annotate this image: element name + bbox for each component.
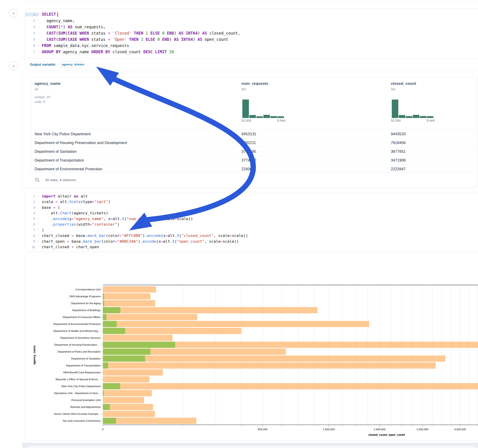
code-text: CAST(SUM(CASE WHEN status = 'Open' THEN … (39, 37, 228, 42)
code-line[interactable]: 7) (25, 227, 478, 233)
cell-agency-name: Department of Housing Preservation and D… (35, 141, 127, 145)
bar-open-count (103, 321, 117, 327)
column-histogram (392, 99, 434, 118)
y-axis-label: Department of Homeless Services (60, 336, 101, 339)
sql-editor[interactable]: 1⌄SELECT2 agency_name,3 COUNT(*) AS num_… (25, 8, 478, 55)
bar-open-count (103, 383, 120, 389)
line-number: 3⌄ (25, 205, 39, 209)
bar-closed-count (103, 362, 436, 369)
line-number: 4 (25, 211, 39, 215)
code-text: GROUP BY agency_name ORDER BY closed_cou… (39, 50, 174, 54)
column-header-num_requests[interactable]: num_requestsi6453,3049.5e6 (241, 77, 301, 91)
code-line[interactable]: 2scale = alt.Scale(type="sqrt") (25, 199, 478, 205)
line-number: 6 (25, 223, 39, 226)
y-axis-label: Department of Environmental Protection (53, 323, 101, 325)
code-text: .encode(y="agency_name", x=alt.X("num_re… (39, 217, 193, 221)
code-line[interactable]: 5 .encode(y="agency_name", x=alt.X("num_… (25, 216, 478, 222)
bar-open-count (103, 307, 120, 313)
bar-open-count (103, 314, 106, 320)
line-number: 3 (25, 25, 39, 29)
code-line[interactable]: 4 alt.Chart(agency_tickets) (25, 210, 478, 216)
code-text: alt.Chart(agency_tickets) (39, 211, 108, 215)
code-line[interactable]: 5 CAST(SUM(CASE WHEN status = 'Open' THE… (25, 36, 478, 42)
cell-agency-name: Department of Transportation (35, 158, 84, 162)
cell-value: 7618456 (391, 141, 406, 145)
code-line[interactable]: 6FROM sample_data.nyc.service_requests (25, 42, 478, 49)
search-icon[interactable] (35, 177, 40, 182)
column-type: i64 (391, 87, 451, 91)
x-tick-label: 800,000 (258, 428, 267, 431)
add-cell-button-output[interactable]: + (9, 62, 18, 70)
line-number: 2 (25, 19, 39, 23)
y-axis-label: Refunds and Adjustments (70, 406, 101, 408)
y-axis-label: Department of Sanitation (71, 357, 101, 360)
column-stats: unique: 20nulls: 0 (35, 95, 94, 104)
y-axis-label: DHS Advantage Programs (69, 295, 101, 298)
table-row: Department of Housing Preservation and D… (31, 138, 475, 147)
bar-closed-count (103, 321, 369, 327)
result-table: agency_namestrunique: 20nulls: 0num_requ… (31, 77, 475, 172)
code-line[interactable]: 6 .properties(width="container") (25, 222, 478, 227)
column-name: num_requests (241, 81, 301, 86)
output-variable-row: Output variable: agency_tickets (25, 58, 478, 70)
bar-closed-count (103, 286, 156, 293)
code-line[interactable]: 4 CAST(SUM(CASE WHEN status = 'Closed' T… (25, 30, 478, 36)
cell-value: 3677651 (391, 149, 406, 154)
cell-agency-name: Department of Environmental Protection (35, 167, 102, 171)
line-number: 2 (25, 200, 39, 204)
line-number: 7 (25, 228, 39, 232)
y-axis-label: Mayorâ€ s Office of Special Enforce… (56, 378, 101, 381)
code-line[interactable]: 10chart_closed + chart_open (25, 244, 478, 250)
code-line[interactable]: 1import altair as alt (25, 193, 478, 199)
add-cell-button-top[interactable]: + (9, 9, 18, 18)
result-table-header: agency_namestrunique: 20nulls: 0num_requ… (31, 77, 475, 130)
x-tick-label: 1,600,000 (323, 428, 335, 431)
line-number: 10 (25, 245, 39, 249)
bar-open-count (103, 300, 104, 306)
code-text: agency_name, (39, 19, 75, 23)
bar-closed-count (103, 314, 197, 320)
column-header-agency_name[interactable]: agency_namestrunique: 20nulls: 0 (35, 77, 94, 104)
fold-chevron-icon[interactable]: ⌄ (35, 13, 38, 16)
code-text: chart_closed = base.mark_bar(color="#FFC… (39, 233, 248, 238)
line-number: 9 (25, 239, 39, 243)
output-variable-input[interactable]: agency_tickets (59, 61, 85, 68)
code-text: COUNT(*) AS num_requests, (39, 25, 105, 29)
y-axis-label: New York City Police Department (62, 385, 101, 388)
table-row: New York City Police Department945313194… (31, 130, 475, 138)
line-number: 4 (25, 31, 39, 35)
code-line[interactable]: 2 agency_name, (25, 18, 478, 24)
line-number: 7 (25, 50, 39, 54)
bar-open-count (103, 342, 175, 348)
cell-agency-name: New York City Police Department (35, 132, 91, 136)
code-line[interactable]: 8chart_closed = base.mark_bar(color="#FF… (25, 233, 478, 239)
code-text: scale = alt.Scale(type="sqrt") (39, 199, 110, 204)
y-axis-label: Department of Housing Preservation … (54, 343, 101, 346)
bar-open-count (103, 418, 116, 424)
bar-closed-count (103, 383, 478, 389)
next-cell-edge (27, 445, 476, 448)
bar-closed-count (103, 404, 153, 410)
x-tick-label: 2,400,000 (374, 428, 385, 431)
code-line[interactable]: 1⌄SELECT (25, 11, 478, 18)
code-line[interactable]: 3⌄base = ( (25, 205, 478, 210)
column-type: str (35, 87, 94, 91)
y-axis-label: Department of Parks and Recreation (57, 350, 101, 353)
bar-closed-count (103, 335, 172, 341)
code-text: SELECT (39, 12, 58, 17)
y-axis-label: Department of Consumer Affairs (63, 316, 101, 318)
code-line[interactable]: 7GROUP BY agency_name ORDER BY closed_co… (25, 49, 478, 55)
code-line[interactable]: 3 COUNT(*) AS num_requests, (25, 24, 478, 30)
fold-chevron-icon[interactable]: ⌄ (35, 206, 38, 209)
python-code-cell[interactable]: 1import altair as alt2scale = alt.Scale(… (25, 192, 478, 251)
code-line[interactable]: 9chart_open = base.mark_bar(color="#8BC3… (25, 238, 478, 244)
sql-code-cell[interactable]: 1⌄SELECT2 agency_name,3 COUNT(*) AS num_… (25, 8, 478, 70)
query-result-panel: agency_namestrunique: 20nulls: 0num_requ… (22, 73, 478, 188)
x-axis-line (103, 424, 478, 425)
column-header-closed_count[interactable]: closed_counti6453,3049.4e6 (391, 77, 451, 91)
y-axis-label: Department of Transportation (66, 364, 101, 367)
histogram-range-labels: 53,3049.4e6 (391, 119, 435, 122)
bar-closed-count (103, 411, 155, 417)
table-row: Department of Sanitation37494853677651 (31, 147, 475, 156)
python-editor[interactable]: 1import altair as alt2scale = alt.Scale(… (25, 192, 478, 250)
